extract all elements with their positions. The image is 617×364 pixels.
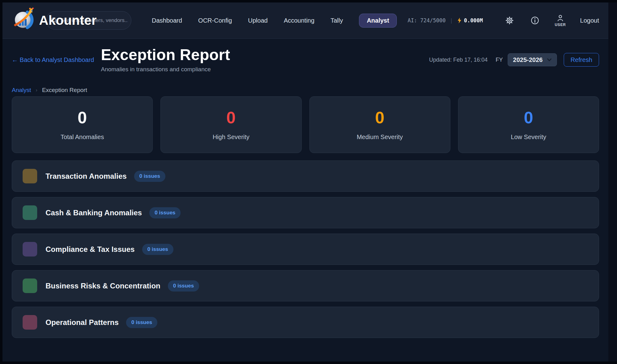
issue-count-badge: 0 issues	[142, 244, 173, 255]
category-icon	[23, 242, 37, 257]
user-label: USER	[555, 23, 566, 27]
updated-timestamp: Updated: Feb 17, 16:04	[429, 57, 488, 63]
stat-card-total-anomalies: 0 Total Anomalies	[12, 96, 153, 153]
category-icon	[23, 205, 37, 220]
nav-item-ocr-config[interactable]: OCR-Config	[198, 17, 232, 24]
stat-label: Total Anomalies	[61, 134, 104, 141]
section-title: Compliance & Tax Issues	[46, 245, 135, 254]
issue-count-badge: 0 issues	[149, 207, 181, 218]
breadcrumb: Analyst › Exception Report	[12, 86, 599, 94]
stat-card-high-severity: 0 High Severity	[160, 96, 301, 153]
nav-utilities: AI: 724/5000 | 0.000M	[408, 14, 599, 27]
energy-value: 0.000M	[464, 17, 483, 24]
stat-label: Medium Severity	[357, 134, 403, 141]
stat-label: Low Severity	[511, 134, 546, 141]
anomaly-sections: Transaction Anomalies 0 issues Cash & Ba…	[12, 160, 599, 338]
fiscal-year-label: FY	[496, 57, 503, 63]
nav-item-tally[interactable]: Tally	[330, 17, 343, 24]
logout-button[interactable]: Logout	[580, 17, 599, 24]
breadcrumb-separator: ›	[36, 87, 37, 93]
nav-item-upload[interactable]: Upload	[248, 17, 268, 24]
akounter-app: Akounter Dashboard OCR-Config Upload Acc…	[2, 2, 608, 362]
energy-counter: 0.000M	[457, 17, 483, 24]
section-business-risks-concentration[interactable]: Business Risks & Concentration 0 issues	[12, 270, 599, 301]
header-controls: Updated: Feb 17, 16:04 FY 2025-2026 Refr…	[429, 53, 599, 67]
ai-quota-counter: AI: 724/5000	[408, 17, 446, 24]
section-title: Cash & Banking Anomalies	[46, 208, 142, 217]
stat-value: 0	[375, 109, 384, 126]
lightning-icon	[457, 17, 462, 24]
issue-count-badge: 0 issues	[168, 280, 199, 292]
stat-card-low-severity: 0 Low Severity	[458, 96, 599, 153]
akounter-logo-icon[interactable]	[12, 7, 35, 30]
issue-count-badge: 0 issues	[134, 171, 165, 182]
section-operational-patterns[interactable]: Operational Patterns 0 issues	[12, 307, 599, 338]
stat-card-medium-severity: 0 Medium Severity	[309, 96, 450, 153]
info-icon	[531, 16, 539, 25]
nav-brand-area: Akounter	[12, 2, 142, 38]
chevron-down-icon	[547, 58, 552, 61]
stat-value: 0	[524, 109, 533, 126]
settings-button[interactable]	[505, 16, 514, 25]
category-icon	[23, 315, 37, 330]
main-content: ← Back to Analyst Dashboard Exception Re…	[2, 47, 608, 338]
stat-label: High Severity	[212, 134, 249, 141]
page-subtitle: Anomalies in transactions and compliance	[101, 66, 230, 73]
fiscal-year-value: 2025-2026	[513, 56, 543, 64]
page-header: ← Back to Analyst Dashboard Exception Re…	[12, 47, 599, 73]
breadcrumb-analyst[interactable]: Analyst	[12, 87, 31, 94]
category-icon	[23, 278, 37, 293]
nav-item-analyst-active[interactable]: Analyst	[359, 14, 397, 28]
stat-value: 0	[226, 109, 236, 126]
refresh-button[interactable]: Refresh	[564, 53, 599, 67]
section-cash-banking-anomalies[interactable]: Cash & Banking Anomalies 0 issues	[12, 197, 599, 228]
user-menu-button[interactable]: USER	[555, 14, 566, 27]
breadcrumb-current: Exception Report	[42, 87, 87, 94]
section-transaction-anomalies[interactable]: Transaction Anomalies 0 issues	[12, 160, 599, 192]
scrollbar-track[interactable]	[608, 2, 617, 362]
nav-divider: |	[451, 17, 452, 24]
issue-count-badge: 0 issues	[126, 317, 157, 328]
nav-item-accounting[interactable]: Accounting	[284, 17, 314, 24]
stat-value: 0	[78, 109, 87, 126]
fiscal-year-select[interactable]: 2025-2026	[508, 53, 557, 66]
back-to-dashboard-link[interactable]: ← Back to Analyst Dashboard	[12, 56, 94, 64]
section-title: Operational Patterns	[46, 318, 119, 327]
top-navbar: Akounter Dashboard OCR-Config Upload Acc…	[2, 2, 608, 39]
stats-grid: 0 Total Anomalies 0 High Severity 0 Medi…	[12, 96, 599, 153]
nav-item-dashboard[interactable]: Dashboard	[152, 17, 182, 24]
title-block: Exception Report Anomalies in transactio…	[101, 47, 230, 73]
category-icon	[23, 169, 37, 183]
user-icon	[556, 14, 564, 22]
gear-icon	[505, 16, 514, 25]
page-title: Exception Report	[101, 47, 230, 63]
info-button[interactable]	[531, 16, 539, 25]
section-title: Transaction Anomalies	[46, 172, 127, 181]
section-title: Business Risks & Concentration	[46, 282, 160, 290]
brand-title[interactable]: Akounter	[39, 13, 97, 28]
section-compliance-tax-issues[interactable]: Compliance & Tax Issues 0 issues	[12, 234, 599, 265]
primary-nav: Dashboard OCR-Config Upload Accounting T…	[152, 14, 397, 28]
